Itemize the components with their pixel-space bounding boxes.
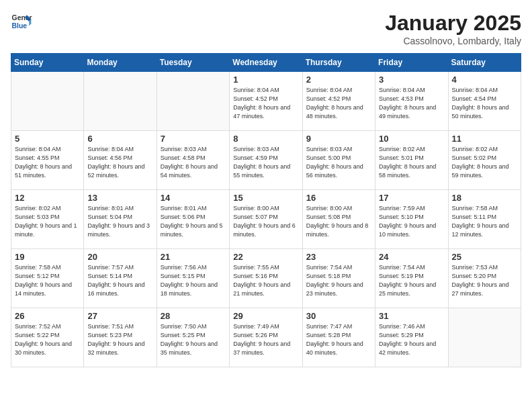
day-info: Sunrise: 7:51 AM Sunset: 5:23 PM Dayligh… [87,322,152,357]
day-number: 1 [233,75,298,85]
day-info: Sunrise: 8:03 AM Sunset: 4:59 PM Dayligh… [233,145,298,180]
day-number: 7 [161,134,226,144]
day-info: Sunrise: 8:00 AM Sunset: 5:07 PM Dayligh… [233,204,298,239]
calendar-cell [448,308,521,367]
day-info: Sunrise: 7:52 AM Sunset: 5:22 PM Dayligh… [15,322,80,357]
day-info: Sunrise: 8:02 AM Sunset: 5:02 PM Dayligh… [452,145,517,180]
calendar-cell: 18Sunrise: 7:58 AM Sunset: 5:11 PM Dayli… [448,190,521,249]
day-info: Sunrise: 8:04 AM Sunset: 4:56 PM Dayligh… [87,145,152,180]
day-number: 3 [379,75,444,85]
logo-icon: General Blue [11,11,32,32]
weekday-header: Tuesday [157,54,229,72]
day-info: Sunrise: 8:04 AM Sunset: 4:52 PM Dayligh… [306,86,371,121]
calendar-cell: 2Sunrise: 8:04 AM Sunset: 4:52 PM Daylig… [302,72,375,131]
calendar-cell: 16Sunrise: 8:00 AM Sunset: 5:08 PM Dayli… [302,190,375,249]
day-number: 22 [233,252,298,262]
calendar-week-row: 19Sunrise: 7:58 AM Sunset: 5:12 PM Dayli… [11,249,521,308]
day-info: Sunrise: 7:56 AM Sunset: 5:15 PM Dayligh… [161,263,226,298]
day-number: 11 [452,134,517,144]
weekday-header: Thursday [302,54,375,72]
day-number: 29 [233,311,298,321]
day-number: 9 [306,134,371,144]
weekday-header-row: SundayMondayTuesdayWednesdayThursdayFrid… [11,54,521,72]
page-header: General Blue January 2025 Cassolnovo, Lo… [11,11,521,46]
calendar-cell: 27Sunrise: 7:51 AM Sunset: 5:23 PM Dayli… [84,308,157,367]
day-info: Sunrise: 7:46 AM Sunset: 5:29 PM Dayligh… [379,322,444,357]
day-number: 6 [87,134,152,144]
day-info: Sunrise: 8:01 AM Sunset: 5:04 PM Dayligh… [87,204,152,239]
calendar-cell: 19Sunrise: 7:58 AM Sunset: 5:12 PM Dayli… [11,249,84,308]
calendar-cell: 28Sunrise: 7:50 AM Sunset: 5:25 PM Dayli… [157,308,229,367]
calendar-cell: 17Sunrise: 7:59 AM Sunset: 5:10 PM Dayli… [375,190,448,249]
day-info: Sunrise: 7:58 AM Sunset: 5:12 PM Dayligh… [15,263,80,298]
weekday-header: Friday [375,54,448,72]
day-number: 15 [233,193,298,203]
day-info: Sunrise: 8:04 AM Sunset: 4:53 PM Dayligh… [379,86,444,121]
day-info: Sunrise: 8:01 AM Sunset: 5:06 PM Dayligh… [161,204,226,239]
day-info: Sunrise: 7:54 AM Sunset: 5:18 PM Dayligh… [306,263,371,298]
weekday-header: Sunday [11,54,84,72]
calendar-cell: 22Sunrise: 7:55 AM Sunset: 5:16 PM Dayli… [230,249,302,308]
day-info: Sunrise: 8:02 AM Sunset: 5:03 PM Dayligh… [15,204,80,239]
day-info: Sunrise: 7:54 AM Sunset: 5:19 PM Dayligh… [379,263,444,298]
calendar-cell: 26Sunrise: 7:52 AM Sunset: 5:22 PM Dayli… [11,308,84,367]
calendar-week-row: 26Sunrise: 7:52 AM Sunset: 5:22 PM Dayli… [11,308,521,367]
day-number: 4 [452,75,517,85]
calendar-cell [84,72,157,131]
calendar-cell: 12Sunrise: 8:02 AM Sunset: 5:03 PM Dayli… [11,190,84,249]
calendar-cell: 1Sunrise: 8:04 AM Sunset: 4:52 PM Daylig… [230,72,302,131]
calendar-cell: 10Sunrise: 8:02 AM Sunset: 5:01 PM Dayli… [375,131,448,190]
title-block: January 2025 Cassolnovo, Lombardy, Italy [385,11,521,46]
calendar-week-row: 12Sunrise: 8:02 AM Sunset: 5:03 PM Dayli… [11,190,521,249]
day-number: 28 [161,311,226,321]
day-info: Sunrise: 8:04 AM Sunset: 4:54 PM Dayligh… [452,86,517,121]
day-number: 26 [15,311,80,321]
day-number: 21 [161,252,226,262]
day-info: Sunrise: 7:58 AM Sunset: 5:11 PM Dayligh… [452,204,517,239]
day-number: 14 [161,193,226,203]
day-info: Sunrise: 7:47 AM Sunset: 5:28 PM Dayligh… [306,322,371,357]
day-number: 31 [379,311,444,321]
day-number: 17 [379,193,444,203]
day-number: 5 [15,134,80,144]
calendar-cell [157,72,229,131]
weekday-header: Monday [84,54,157,72]
day-info: Sunrise: 8:04 AM Sunset: 4:55 PM Dayligh… [15,145,80,180]
day-number: 19 [15,252,80,262]
day-info: Sunrise: 8:00 AM Sunset: 5:08 PM Dayligh… [306,204,371,239]
day-info: Sunrise: 7:59 AM Sunset: 5:10 PM Dayligh… [379,204,444,239]
day-number: 18 [452,193,517,203]
calendar-cell: 20Sunrise: 7:57 AM Sunset: 5:14 PM Dayli… [84,249,157,308]
calendar-cell: 4Sunrise: 8:04 AM Sunset: 4:54 PM Daylig… [448,72,521,131]
day-number: 13 [87,193,152,203]
calendar-cell: 11Sunrise: 8:02 AM Sunset: 5:02 PM Dayli… [448,131,521,190]
calendar-subtitle: Cassolnovo, Lombardy, Italy [385,36,521,46]
calendar-cell: 15Sunrise: 8:00 AM Sunset: 5:07 PM Dayli… [230,190,302,249]
day-number: 24 [379,252,444,262]
day-number: 25 [452,252,517,262]
weekday-header: Saturday [448,54,521,72]
day-info: Sunrise: 7:53 AM Sunset: 5:20 PM Dayligh… [452,263,517,298]
calendar-title: January 2025 [385,11,521,36]
day-number: 23 [306,252,371,262]
calendar-cell: 21Sunrise: 7:56 AM Sunset: 5:15 PM Dayli… [157,249,229,308]
calendar-table: SundayMondayTuesdayWednesdayThursdayFrid… [11,53,521,367]
calendar-cell: 6Sunrise: 8:04 AM Sunset: 4:56 PM Daylig… [84,131,157,190]
calendar-cell: 14Sunrise: 8:01 AM Sunset: 5:06 PM Dayli… [157,190,229,249]
svg-text:Blue: Blue [12,22,28,30]
day-number: 20 [87,252,152,262]
weekday-header: Wednesday [230,54,302,72]
day-number: 16 [306,193,371,203]
day-info: Sunrise: 8:03 AM Sunset: 4:58 PM Dayligh… [161,145,226,180]
day-number: 2 [306,75,371,85]
day-info: Sunrise: 8:04 AM Sunset: 4:52 PM Dayligh… [233,86,298,121]
calendar-cell: 9Sunrise: 8:03 AM Sunset: 5:00 PM Daylig… [302,131,375,190]
day-number: 12 [15,193,80,203]
calendar-cell: 8Sunrise: 8:03 AM Sunset: 4:59 PM Daylig… [230,131,302,190]
day-info: Sunrise: 8:02 AM Sunset: 5:01 PM Dayligh… [379,145,444,180]
logo: General Blue [11,11,32,32]
day-info: Sunrise: 7:49 AM Sunset: 5:26 PM Dayligh… [233,322,298,357]
calendar-cell [11,72,84,131]
day-info: Sunrise: 8:03 AM Sunset: 5:00 PM Dayligh… [306,145,371,180]
calendar-week-row: 1Sunrise: 8:04 AM Sunset: 4:52 PM Daylig… [11,72,521,131]
